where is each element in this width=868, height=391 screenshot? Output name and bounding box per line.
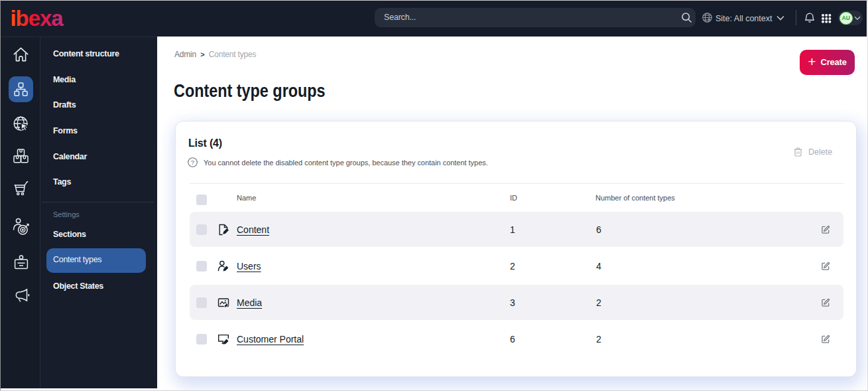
svg-text:?: ? [191, 159, 194, 166]
svg-text:ibexa: ibexa [11, 6, 64, 30]
